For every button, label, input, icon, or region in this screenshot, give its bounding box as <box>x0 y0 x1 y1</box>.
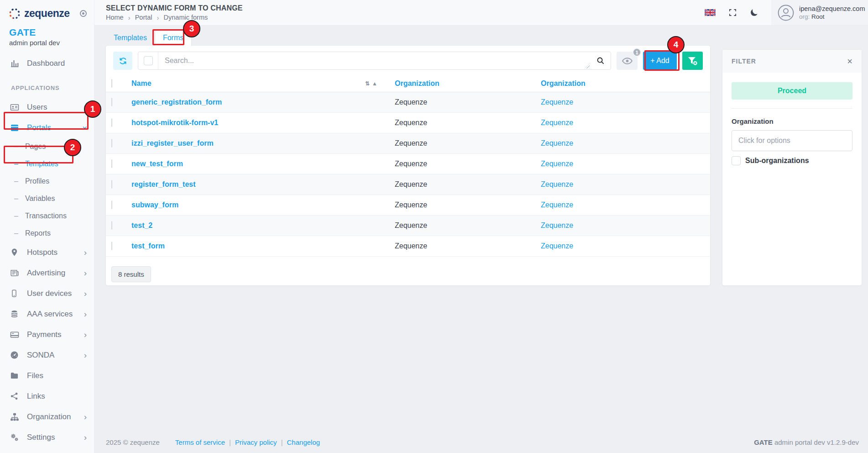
organization-link[interactable]: Zequenze <box>541 242 703 250</box>
organization-link[interactable]: Zequenze <box>541 180 703 189</box>
form-name-link[interactable]: izzi_register_user_form <box>131 139 395 147</box>
folder-icon <box>10 371 20 380</box>
sidebar-item-tools[interactable]: Tools › <box>0 448 94 453</box>
sidebar-item-pages[interactable]: – Pages <box>0 138 94 155</box>
tabs: Templates Forms <box>106 29 192 46</box>
sidebar-item-portals[interactable]: Portals › <box>0 117 94 138</box>
select-all-checkbox[interactable] <box>144 56 153 65</box>
sidebar-item-variables[interactable]: – Variables <box>0 190 94 207</box>
table-row: test_form Zequenze Zequenze <box>106 236 710 257</box>
table-row: hotspot-mikrotik-form-v1 Zequenze Zequen… <box>106 113 710 133</box>
organization-link[interactable]: Zequenze <box>541 221 703 230</box>
users-icon <box>10 103 20 112</box>
refresh-button[interactable] <box>113 52 132 70</box>
chevron-right-icon: › <box>84 248 87 257</box>
chevron-right-icon: › <box>84 351 87 359</box>
form-name-link[interactable]: test_2 <box>131 221 395 230</box>
sort-both-icon: ⇅ <box>365 80 370 87</box>
sidebar-item-dashboard[interactable]: Dashboard <box>0 53 94 74</box>
user-menu[interactable]: ipena@zequenze.com org: Root <box>771 0 868 25</box>
language-flag-icon[interactable] <box>705 9 716 16</box>
form-name-link[interactable]: test_form <box>131 242 395 250</box>
form-name-link[interactable]: hotspot-mikrotik-form-v1 <box>131 119 395 127</box>
user-email: ipena@zequenze.com <box>799 5 865 12</box>
table-row: izzi_register_user_form Zequenze Zequenz… <box>106 133 710 154</box>
sidebar-item-links[interactable]: Links <box>0 386 94 406</box>
organization-link[interactable]: Zequenze <box>541 98 703 106</box>
organization-link[interactable]: Zequenze <box>541 201 703 209</box>
row-checkbox[interactable] <box>111 242 112 250</box>
organization-options-input[interactable] <box>732 130 852 151</box>
form-name-link[interactable]: generic_registration_form <box>131 98 395 106</box>
brand-logo[interactable]: zequenze <box>0 0 94 22</box>
search-button[interactable] <box>591 52 611 69</box>
user-org: org: Root <box>799 13 865 20</box>
row-checkbox[interactable] <box>111 139 112 147</box>
sort-icons[interactable]: ⇅▲ <box>365 80 377 87</box>
form-name-link[interactable]: new_test_form <box>131 160 395 168</box>
sidebar-item-aaa-services[interactable]: AAA services › <box>0 304 94 324</box>
sort-asc-icon: ▲ <box>372 80 377 87</box>
sub-organizations-checkbox[interactable] <box>732 156 741 165</box>
visibility-button[interactable]: 1 <box>617 52 638 70</box>
fullscreen-icon[interactable] <box>728 8 737 17</box>
organization-cell: Zequenze <box>395 242 541 250</box>
sidebar-item-hotspots[interactable]: Hotspots › <box>0 242 94 263</box>
content-area: Templates Forms 1 <box>94 26 868 453</box>
sidebar-item-users[interactable]: Users › <box>0 97 94 117</box>
product-name: GATE <box>9 27 85 38</box>
footer-link-privacy[interactable]: Privacy policy <box>235 438 277 446</box>
brand-logo-text: zequenze <box>24 7 70 20</box>
breadcrumb-separator: › <box>157 14 159 21</box>
sidebar-item-sonda[interactable]: SONDA › <box>0 345 94 365</box>
sidebar-item-templates[interactable]: – Templates <box>0 155 94 173</box>
filter-toggle-button[interactable] <box>682 52 703 70</box>
sidebar-item-payments[interactable]: Payments › <box>0 324 94 345</box>
column-header-name[interactable]: Name ⇅▲ <box>131 79 395 88</box>
sidebar-collapse-icon[interactable] <box>80 10 87 17</box>
table-header: Name ⇅▲ Organization Organization <box>106 75 710 92</box>
organization-cell: Zequenze <box>395 221 541 230</box>
tab-templates[interactable]: Templates <box>106 30 155 46</box>
sidebar-item-organization[interactable]: Organization › <box>0 406 94 427</box>
column-header-organization-2[interactable]: Organization <box>541 79 703 88</box>
search-input[interactable] <box>158 52 585 69</box>
sidebar-item-reports[interactable]: – Reports <box>0 225 94 242</box>
organization-link[interactable]: Zequenze <box>541 119 703 127</box>
footer-link-terms[interactable]: Terms of service <box>175 438 225 446</box>
table-row: new_test_form Zequenze Zequenze <box>106 154 710 174</box>
row-checkbox[interactable] <box>111 180 112 189</box>
row-checkbox[interactable] <box>111 118 112 127</box>
sidebar-item-profiles[interactable]: – Profiles <box>0 173 94 190</box>
sidebar-item-files[interactable]: Files <box>0 365 94 386</box>
footer-link-changelog[interactable]: Changelog <box>287 438 320 446</box>
tab-forms[interactable]: Forms <box>155 30 192 46</box>
organization-link[interactable]: Zequenze <box>541 160 703 168</box>
organization-cell: Zequenze <box>395 180 541 189</box>
sidebar-item-advertising[interactable]: Advertising › <box>0 263 94 283</box>
organization-cell: Zequenze <box>395 98 541 106</box>
breadcrumb-home[interactable]: Home <box>106 14 124 21</box>
column-header-organization-1[interactable]: Organization <box>395 79 541 88</box>
breadcrumb-portal[interactable]: Portal <box>135 14 152 21</box>
row-checkbox[interactable] <box>111 159 112 168</box>
row-checkbox[interactable] <box>111 200 112 209</box>
row-checkbox[interactable] <box>111 98 112 106</box>
close-icon[interactable]: × <box>847 57 852 66</box>
dark-mode-moon-icon[interactable] <box>750 8 758 17</box>
row-checkbox[interactable] <box>111 221 112 230</box>
form-name-link[interactable]: subway_form <box>131 201 395 209</box>
add-button[interactable]: + Add <box>643 52 677 70</box>
sidebar-item-settings[interactable]: Settings › <box>0 427 94 448</box>
organization-link[interactable]: Zequenze <box>541 139 703 147</box>
form-name-link[interactable]: register_form_test <box>131 180 395 189</box>
resize-grip[interactable] <box>585 63 590 68</box>
mobile-device-icon <box>10 289 20 298</box>
share-nodes-icon <box>10 392 20 400</box>
sidebar-item-transactions[interactable]: – Transactions <box>0 207 94 225</box>
proceed-button[interactable]: Proceed <box>732 82 852 100</box>
sidebar-item-user-devices[interactable]: User devices › <box>0 283 94 304</box>
chevron-down-icon: › <box>81 126 89 129</box>
table-row: generic_registration_form Zequenze Zeque… <box>106 92 710 113</box>
header-checkbox[interactable] <box>111 79 112 88</box>
